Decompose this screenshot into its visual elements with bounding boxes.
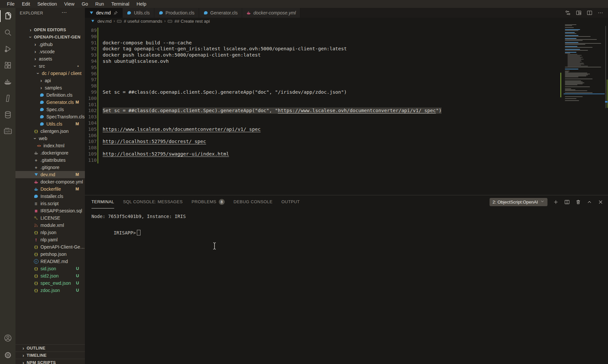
code-line-109[interactable]: 109http://localhost:52795/swagger-ui/ind… (85, 151, 608, 157)
tree-item-iris-script[interactable]: ≡iris.script (15, 200, 85, 207)
tree-item-index-html[interactable]: <>index.html (15, 142, 85, 149)
code-line-96[interactable]: 96 (85, 71, 608, 77)
preview-icon[interactable] (576, 10, 582, 16)
tree-item-definition-cls[interactable]: Definition.cls (15, 91, 85, 99)
code-editor[interactable]: 899091docker-compose build --no-cache92d… (85, 24, 608, 195)
pin-icon[interactable] (113, 11, 118, 15)
tree-item--github[interactable]: ›.github (15, 41, 85, 48)
tree-item-sid2-json[interactable]: {}sid2.jsonU (15, 272, 85, 279)
activity-extensions-icon[interactable] (0, 57, 15, 74)
tree-item-spec-cls[interactable]: Spec.cls (15, 106, 85, 113)
menu-edit[interactable]: Edit (18, 0, 34, 8)
code-link[interactable]: https://www.lscalese.ovh/documentconvert… (103, 127, 261, 132)
open-editors-section[interactable]: › OPEN EDITORS (15, 26, 85, 34)
tree-item-sid-json[interactable]: {}sid.jsonU (15, 265, 85, 272)
line-number[interactable]: 90 (85, 34, 97, 40)
tree-item-license[interactable]: LICENSE (15, 214, 85, 222)
line-number[interactable]: 98 (85, 83, 97, 89)
line-number[interactable]: 103 (85, 114, 97, 120)
tree-item-nlp-json[interactable]: {}nlp.json (15, 229, 85, 236)
trash-icon[interactable] (575, 199, 581, 205)
line-number[interactable]: 107 (85, 138, 97, 145)
tree-item-samples[interactable]: ›samples (15, 84, 85, 91)
tree-item-generator-cls[interactable]: Generator.clsM (15, 99, 85, 106)
line-number[interactable]: 89 (85, 27, 97, 34)
panel-tab-problems[interactable]: PROBLEMS8 (191, 195, 224, 208)
split-icon[interactable] (587, 10, 593, 16)
tab-generator-cls[interactable]: Generator.cls (199, 8, 242, 18)
code-line-92[interactable]: 92docker tag openapi-client-gen_iris:lat… (85, 46, 608, 52)
menu-go[interactable]: Go (78, 0, 91, 8)
tree-item-readme-md[interactable]: iREADME.md (15, 258, 85, 265)
line-number[interactable]: 95 (85, 64, 97, 71)
line-number[interactable]: 97 (85, 77, 97, 83)
activity-intersystems-icon[interactable] (0, 90, 15, 107)
panel-tab-output[interactable]: OUTPUT (281, 195, 300, 208)
code-line-110[interactable]: 110 (85, 157, 608, 163)
tree-item-dev-md[interactable]: dev.mdM (15, 171, 85, 178)
code-line-100[interactable]: 100 (85, 95, 608, 102)
code-line-90[interactable]: 90 (85, 34, 608, 40)
tab-dev-md[interactable]: dev.md (85, 8, 123, 18)
tree-item--dockerignore[interactable]: .dockerignore (15, 149, 85, 157)
diff-icon[interactable] (565, 10, 571, 16)
activity-docker-icon[interactable] (0, 74, 15, 90)
more-icon[interactable] (597, 10, 603, 16)
line-number[interactable]: 92 (85, 46, 97, 52)
code-line-108[interactable]: 108 (85, 145, 608, 151)
code-line-104[interactable]: 104 (85, 120, 608, 126)
code-line-107[interactable]: 107http://localhost:52795/docrest/_spec (85, 138, 608, 145)
root-folder[interactable]: › OPENAPI-CLIENT-GEN (15, 34, 85, 41)
tree-item-nlp-yaml[interactable]: !nlp.yaml (15, 236, 85, 243)
menu-file[interactable]: File (3, 0, 18, 8)
breadcrumb[interactable]: dev.md›# useful commands›## Create rest … (85, 18, 608, 24)
activity-settings-icon[interactable] (0, 347, 15, 363)
tree-item-petshop-json[interactable]: {}petshop.json (15, 251, 85, 258)
sidebar-section-timeline[interactable]: ›TIMELINE (15, 352, 85, 359)
tree-item-dockerfile[interactable]: DockerfileM (15, 185, 85, 193)
line-number[interactable]: 109 (85, 151, 97, 157)
terminal-content[interactable]: Node: 7653f5c401b9, Instance: IRIS IRISA… (91, 214, 601, 364)
tree-item-spec-ewd-json[interactable]: {}spec_ewd.jsonU (15, 279, 85, 287)
tab-docker-compose-yml[interactable]: docker-compose.yml (242, 8, 300, 18)
tree-item-web[interactable]: ›web (15, 135, 85, 142)
code-link[interactable]: http://localhost:52795/docrest/_spec (103, 139, 206, 144)
tree-item-spectransform-cls[interactable]: SpecTransform.cls (15, 113, 85, 120)
code-line-97[interactable]: 97 (85, 77, 608, 83)
code-line-103[interactable]: 103 (85, 114, 608, 120)
tree-item-assets[interactable]: ›assets (15, 55, 85, 62)
code-line-94[interactable]: 94ssh ubuntu@lscalese.ovh (85, 58, 608, 64)
line-number[interactable]: 96 (85, 71, 97, 77)
tree-item-clientgen-json[interactable]: {}clientgen.json (15, 128, 85, 135)
tree-item-dc-openapi-client[interactable]: ›dc / openapi / client● (15, 70, 85, 77)
code-line-89[interactable]: 89 (85, 27, 608, 34)
activity-api-icon[interactable]: /API (0, 123, 15, 139)
line-number[interactable]: 102 (85, 108, 97, 114)
panel-tab-terminal[interactable]: TERMINAL (91, 195, 114, 208)
plus-icon[interactable] (553, 199, 559, 205)
minimap[interactable] (560, 24, 605, 116)
sidebar-section-outline[interactable]: ›OUTLINE (15, 344, 85, 352)
code-link[interactable]: http://localhost:52795/swagger-ui/index.… (103, 151, 229, 157)
tree-item-openapi-client-generator-[interactable]: {}OpenAPI-Client-Generator.... (15, 243, 85, 251)
menu-view[interactable]: View (61, 0, 78, 8)
code-line-91[interactable]: 91docker-compose build --no-cache (85, 40, 608, 46)
activity-explorer-icon[interactable] (0, 8, 15, 24)
split-icon[interactable] (564, 199, 570, 205)
code-line-98[interactable]: 98 (85, 83, 608, 89)
line-number[interactable]: 91 (85, 40, 97, 46)
activity-debug-icon[interactable] (0, 41, 15, 57)
tab-utils-cls[interactable]: Utils.cls (123, 8, 154, 18)
line-number[interactable]: 94 (85, 58, 97, 64)
tree-item-irisapp-session-sql[interactable]: ▦IRISAPP.session.sql (15, 207, 85, 214)
code-line-105[interactable]: 105https://www.lscalese.ovh/documentconv… (85, 126, 608, 133)
menu-selection[interactable]: Selection (34, 0, 61, 8)
editor-scrollbar[interactable] (605, 26, 608, 195)
line-number[interactable]: 93 (85, 52, 97, 58)
tree-item--vscode[interactable]: ›.vscode (15, 48, 85, 55)
code-line-102[interactable]: 102Set sc = ##class(dc.openapi.client.Sp… (85, 108, 608, 114)
terminal-selector-dropdown[interactable]: 2: ObjectScript:OpenAI (490, 198, 547, 206)
tree-item-installer-cls[interactable]: Installer.cls (15, 193, 85, 200)
code-line-93[interactable]: 93docker push lscalese.ovh:5000/openapi-… (85, 52, 608, 58)
tree-item-zdoc-json[interactable]: {}zdoc.jsonU (15, 287, 85, 294)
